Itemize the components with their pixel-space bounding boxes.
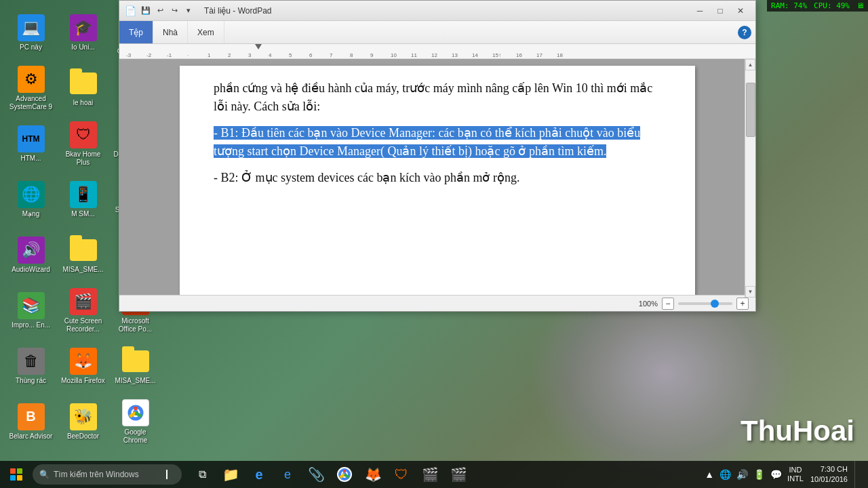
- tab-nha[interactable]: Nhà: [153, 21, 188, 43]
- save-quick-btn[interactable]: 💾: [140, 5, 152, 17]
- start-button[interactable]: [3, 461, 30, 488]
- app-icon: 📄: [125, 5, 136, 16]
- improve-label: Impro... En...: [12, 321, 50, 329]
- desktop-icon-mang[interactable]: 🌐 Mạng: [5, 172, 56, 226]
- zoom-in-button[interactable]: +: [736, 298, 749, 310]
- wordpad-window: 📄 💾 ↩ ↪ ▾ Tài liệu - WordPad ─ □ ✕ Tệp N…: [119, 0, 756, 312]
- desktop-icon-misa1[interactable]: MISA_SME...: [58, 228, 108, 282]
- desktop-icon-asc[interactable]: ⚙ Advanced SystemCare 9: [5, 61, 56, 115]
- file-explorer-taskbar[interactable]: 📁: [217, 461, 244, 488]
- highlighted-text: - B1: Đầu tiên các bạn vào Device Manage…: [214, 126, 640, 158]
- desktop-icon-lehoai[interactable]: le hoai: [58, 61, 108, 115]
- misa2-label: MISA_SME...: [115, 377, 155, 385]
- ie-taskbar[interactable]: e: [274, 461, 301, 488]
- tab-tep[interactable]: Tệp: [119, 21, 153, 43]
- belarc-icon: B: [18, 403, 45, 430]
- belarc-label: Belarc Advisor: [9, 432, 53, 441]
- help-button[interactable]: ?: [738, 26, 751, 39]
- zoom-control: 100% − +: [639, 298, 749, 310]
- desktop-icon-audiowizard[interactable]: 🔊 AudioWizard: [5, 228, 56, 282]
- lang-secondary: INTL: [787, 474, 804, 483]
- system-tray-area: ▲ 🌐 🔊 🔋 💬 IND INTL 7:30 CH 10/01/2016: [703, 461, 865, 488]
- desktop-icon-pc[interactable]: 💻 PC này: [5, 5, 56, 60]
- tray-expand[interactable]: ▲: [703, 468, 715, 481]
- desktop-icon-chrome[interactable]: Google Chrome: [110, 394, 161, 449]
- desktop-icon-misa2[interactable]: MISA_SME...: [110, 339, 161, 393]
- lang-primary: IND: [789, 466, 802, 474]
- media-taskbar[interactable]: 🎬: [445, 461, 472, 488]
- zoom-slider-thumb[interactable]: [711, 300, 719, 308]
- desktop-icon-bkav[interactable]: 🛡 Bkav Home Plus: [58, 117, 108, 171]
- zoom-slider[interactable]: [678, 302, 732, 305]
- redo-btn[interactable]: ↪: [168, 5, 180, 17]
- desktop-icon-beedoctor[interactable]: 🐝 BeeDoctor: [58, 394, 108, 449]
- ruler-indent[interactable]: [255, 44, 262, 49]
- scroll-down-arrow[interactable]: ▼: [745, 286, 755, 298]
- screen-taskbar[interactable]: 🎬: [416, 461, 443, 488]
- speaker-icon[interactable]: 🔊: [735, 468, 749, 481]
- asc-label: Advanced SystemCare 9: [8, 95, 54, 111]
- taskbar-search[interactable]: 🔍 Tìm kiếm trên Windows: [33, 464, 182, 485]
- task-view-button[interactable]: ⧉: [189, 461, 216, 488]
- desktop-icon-belarc[interactable]: B Belarc Advisor: [5, 394, 56, 449]
- office-taskbar[interactable]: 📎: [302, 461, 330, 488]
- scroll-thumb[interactable]: [746, 83, 755, 137]
- avast-taskbar[interactable]: 🛡: [388, 461, 415, 488]
- minimize-button[interactable]: ─: [690, 4, 709, 18]
- chrome-taskbar[interactable]: [331, 461, 358, 488]
- msm-icon: 📱: [70, 181, 97, 208]
- document-area[interactable]: phần cứng và hệ điều hành của máy, trước…: [119, 59, 755, 295]
- clock-date: 10/01/2016: [810, 474, 848, 485]
- title-bar: 📄 💾 ↩ ↪ ▾ Tài liệu - WordPad ─ □ ✕: [119, 1, 755, 21]
- pc-icon: 💻: [18, 14, 45, 41]
- document-page: phần cứng và hệ điều hành của máy, trước…: [180, 66, 695, 295]
- chrome-icon: [122, 399, 149, 426]
- desktop-icon-firefox[interactable]: 🦊 Mozilla Firefox: [58, 339, 108, 393]
- start-icon: [10, 468, 22, 481]
- thungrac-icon: 🗑: [18, 348, 45, 375]
- notifications-icon[interactable]: 💬: [769, 468, 783, 481]
- ribbon-right: ?: [738, 21, 755, 43]
- tab-xem[interactable]: Xem: [188, 21, 224, 43]
- scroll-up-arrow[interactable]: ▲: [745, 59, 755, 70]
- ram-cpu-indicator: RAM: 74% CPU: 49% 🖥: [767, 0, 868, 12]
- desktop-icon-thungrac[interactable]: 🗑 Thùng rác: [5, 339, 56, 393]
- zoom-out-button[interactable]: −: [662, 298, 674, 310]
- system-tray: ▲ 🌐 🔊 🔋 💬: [703, 468, 783, 481]
- asc-icon: ⚙: [18, 66, 45, 93]
- vertical-scrollbar[interactable]: ▲ ▼: [745, 59, 755, 298]
- window-title: Tài liệu - WordPad: [204, 6, 271, 16]
- network-icon[interactable]: 🌐: [718, 468, 732, 481]
- bkav-label: Bkav Home Plus: [60, 150, 106, 167]
- start-sq1: [10, 468, 16, 474]
- audiowizard-icon: 🔊: [18, 237, 45, 264]
- taskbar: 🔍 Tìm kiếm trên Windows ⧉ 📁 e e 📎: [0, 461, 868, 488]
- desktop-icon-cutescreen[interactable]: 🎬 Cute Screen Recorder...: [58, 283, 108, 338]
- close-button[interactable]: ✕: [731, 4, 750, 18]
- edge-taskbar[interactable]: e: [245, 461, 273, 488]
- show-desktop-button[interactable]: [854, 461, 860, 488]
- search-icon: 🔍: [39, 470, 50, 479]
- thungrac-label: Thùng rác: [16, 377, 46, 385]
- dropdown-qa-btn[interactable]: ▾: [182, 5, 195, 17]
- mang-icon: 🌐: [18, 181, 45, 208]
- io-label: Io Uni...: [71, 43, 94, 52]
- firefox-taskbar[interactable]: 🦊: [359, 461, 387, 488]
- undo-btn[interactable]: ↩: [154, 5, 166, 17]
- audiowizard-label: AudioWizard: [12, 266, 50, 274]
- improve-icon: 📚: [18, 292, 45, 319]
- desktop-icon-io[interactable]: 🎓 Io Uni...: [58, 5, 108, 60]
- desktop-icon-msm[interactable]: 📱 M SM...: [58, 172, 108, 226]
- status-bar: 100% − +: [119, 295, 755, 311]
- desktop-icon-improve[interactable]: 📚 Impro... En...: [5, 283, 56, 338]
- search-cursor: [166, 470, 167, 479]
- clock[interactable]: 7:30 CH 10/01/2016: [808, 464, 850, 485]
- language-indicator[interactable]: IND INTL: [787, 466, 804, 483]
- mang-label: Mạng: [22, 210, 39, 218]
- maximize-button[interactable]: □: [711, 4, 730, 18]
- monitor-icon: 🖥: [856, 1, 864, 10]
- lehoai-icon: [70, 70, 97, 97]
- ruler: -3 -2 -1 · 1 2 3 4 5 6 7 8 9 10 11 12 13…: [119, 44, 755, 59]
- desktop-icon-htm[interactable]: HTM HTM...: [5, 117, 56, 171]
- battery-icon[interactable]: 🔋: [752, 468, 766, 481]
